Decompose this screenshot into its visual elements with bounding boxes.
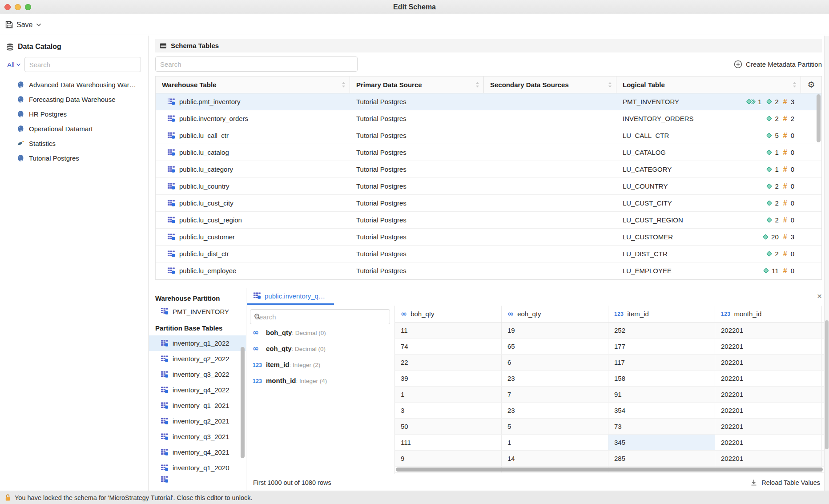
grid-cell[interactable]: 285 xyxy=(608,451,715,466)
grid-horizontal-scrollbar[interactable] xyxy=(396,468,823,472)
table-row-public-lu-customer[interactable]: public.lu_customerTutorial PostgresLU_CU… xyxy=(156,229,821,246)
close-preview-icon[interactable]: × xyxy=(817,292,822,300)
create-metadata-partition-button[interactable]: Create Metadata Partition xyxy=(734,60,822,69)
column-header-warehouse-table[interactable]: Warehouse Table xyxy=(156,77,350,93)
grid-cell[interactable]: 202201 xyxy=(715,387,822,402)
grid-cell[interactable]: 202201 xyxy=(715,419,822,434)
grid-cell[interactable]: 202201 xyxy=(715,323,822,338)
grid-cell[interactable]: 39 xyxy=(395,371,502,386)
grid-cell[interactable]: 14 xyxy=(502,451,608,466)
grid-cell[interactable]: 177 xyxy=(608,339,715,354)
sidebar-item-tutorial-postgres[interactable]: Tutorial Postgres xyxy=(0,151,148,165)
grid-cell[interactable]: 202201 xyxy=(715,339,822,354)
sidebar-item-statistics[interactable]: Statistics xyxy=(0,136,148,151)
table-row-public-pmt-inventory[interactable]: public.pmt_inventoryTutorial PostgresPMT… xyxy=(156,93,821,110)
grid-cell[interactable]: 1 xyxy=(395,387,502,402)
zoom-window-button[interactable] xyxy=(25,4,31,10)
table-row-public-lu-catalog[interactable]: public.lu_catalogTutorial PostgresLU_CAT… xyxy=(156,144,821,161)
grid-cell[interactable]: 111 xyxy=(395,435,502,450)
column-search-input[interactable] xyxy=(250,309,390,324)
table-row-public-lu-country[interactable]: public.lu_countryTutorial PostgresLU_COU… xyxy=(156,178,821,195)
grid-cell[interactable]: 3 xyxy=(395,403,502,418)
grid-cell[interactable]: 5 xyxy=(502,419,608,434)
partition-base-table-list: inventory_q1_2022inventory_q2_2022invent… xyxy=(149,335,246,484)
grid-cell[interactable]: 9 xyxy=(395,451,502,466)
minimize-window-button[interactable] xyxy=(15,4,21,10)
grid-cell[interactable]: 65 xyxy=(502,339,608,354)
partition-base-table-inventory_q1_2022[interactable]: inventory_q1_2022 xyxy=(149,335,246,351)
grid-cell[interactable]: 202201 xyxy=(715,435,822,450)
sidebar-item-forecasting-data-warehouse[interactable]: Forecasting Data Warehouse xyxy=(0,92,148,107)
column-item-eoh_qty[interactable]: ∞eoh_qty: Decimal (0) xyxy=(250,340,390,356)
table-row-public-lu-employee[interactable]: public.lu_employeeTutorial PostgresLU_EM… xyxy=(156,262,821,279)
table-row-public-lu-cust-region[interactable]: public.lu_cust_regionTutorial PostgresLU… xyxy=(156,212,821,229)
grid-cell[interactable]: 11 xyxy=(395,323,502,338)
grid-cell[interactable]: 354 xyxy=(608,403,715,418)
table-row-public-lu-cust-city[interactable]: public.lu_cust_cityTutorial PostgresLU_C… xyxy=(156,195,821,212)
column-header-primary-data-source[interactable]: Primary Data Source xyxy=(350,77,484,93)
partition-base-table-inventory_q2_2022[interactable]: inventory_q2_2022 xyxy=(149,351,246,367)
grid-row: 1791202201 xyxy=(395,387,829,403)
grid-cell[interactable]: 23 xyxy=(502,371,608,386)
grid-cell[interactable]: 22 xyxy=(395,355,502,370)
close-window-button[interactable] xyxy=(4,4,11,10)
schema-tables-search-input[interactable] xyxy=(155,56,358,72)
grid-cell[interactable]: 50 xyxy=(395,419,502,434)
table-row-public-lu-call-ctr[interactable]: public.lu_call_ctrTutorial PostgresLU_CA… xyxy=(156,127,821,144)
sidebar-item-operational-datamart[interactable]: Operational Datamart xyxy=(0,121,148,136)
grid-column-header-item_id[interactable]: 123item_id xyxy=(608,306,715,322)
table-row-public-lu-dist-ctr[interactable]: public.lu_dist_ctrTutorial PostgresLU_DI… xyxy=(156,246,821,262)
tab-inventory-q1-2022[interactable]: public.inventory_q1_2… xyxy=(247,288,334,305)
partition-base-table-partial[interactable] xyxy=(149,476,246,484)
gear-icon[interactable]: ⚙ xyxy=(807,81,815,89)
status-message: You have locked the schema for 'MicroStr… xyxy=(15,494,253,501)
column-item-month_id[interactable]: 123month_id: Integer (4) xyxy=(250,372,390,388)
grid-cell[interactable]: 202201 xyxy=(715,371,822,386)
reload-table-values-button[interactable]: Reload Table Values xyxy=(750,479,820,486)
grid-cell[interactable]: 1 xyxy=(502,435,608,450)
catalog-search-input[interactable] xyxy=(24,57,141,72)
partition-base-table-inventory_q4_2022[interactable]: inventory_q4_2022 xyxy=(149,382,246,398)
grid-cell[interactable]: 73 xyxy=(608,419,715,434)
sidebar-item-hr-postgres[interactable]: HR Postgres xyxy=(0,107,148,121)
grid-cell[interactable]: 23 xyxy=(502,403,608,418)
window-scrollbar[interactable] xyxy=(824,36,829,491)
grid-column-header-month_id[interactable]: 123month_id xyxy=(715,306,822,322)
grid-column-header-boh_qty[interactable]: ∞boh_qty xyxy=(395,306,502,322)
column-item-item_id[interactable]: 123item_id: Integer (2) xyxy=(250,356,390,372)
table-row-public-lu-category[interactable]: public.lu_categoryTutorial PostgresLU_CA… xyxy=(156,161,821,178)
partition-base-table-inventory_q4_2021[interactable]: inventory_q4_2021 xyxy=(149,444,246,460)
grid-cell[interactable]: 117 xyxy=(608,355,715,370)
partition-list-scrollbar[interactable] xyxy=(241,347,245,458)
grid-cell[interactable]: 19 xyxy=(502,323,608,338)
grid-column-header-eoh_qty[interactable]: ∞eoh_qty xyxy=(502,306,608,322)
grid-cell[interactable]: 202201 xyxy=(715,403,822,418)
schema-table-scrollbar[interactable] xyxy=(817,94,821,279)
column-header-logical-table[interactable]: Logical Table xyxy=(616,77,801,93)
grid-cell[interactable]: 7 xyxy=(502,387,608,402)
partition-base-table-inventory_q2_2021[interactable]: inventory_q2_2021 xyxy=(149,413,246,429)
grid-cell[interactable]: 345 xyxy=(608,435,715,450)
partition-base-table-inventory_q1_2021[interactable]: inventory_q1_2021 xyxy=(149,398,246,413)
grid-cell[interactable]: 252 xyxy=(608,323,715,338)
save-button[interactable]: Save xyxy=(5,21,41,29)
grid-cell[interactable]: 158 xyxy=(608,371,715,386)
decimal-type-icon: ∞ xyxy=(253,344,259,353)
catalog-filter-dropdown[interactable]: All xyxy=(7,61,21,69)
partition-base-table-inventory_q3_2022[interactable]: inventory_q3_2022 xyxy=(149,367,246,382)
partition-base-table-inventory_q3_2021[interactable]: inventory_q3_2021 xyxy=(149,429,246,444)
table-row-public-inventory-orders[interactable]: public.inventory_ordersTutorial Postgres… xyxy=(156,110,821,127)
grid-cell[interactable]: 74 xyxy=(395,339,502,354)
column-item-boh_qty[interactable]: ∞boh_qty: Decimal (0) xyxy=(250,324,390,340)
grid-cell[interactable]: 202201 xyxy=(715,451,822,466)
postgres-icon xyxy=(17,96,24,103)
fact-icon: # xyxy=(783,98,787,106)
grid-cell[interactable]: 6 xyxy=(502,355,608,370)
chevron-down-icon[interactable] xyxy=(36,23,41,27)
column-header-secondary-data-sources[interactable]: Secondary Data Sources xyxy=(484,77,616,93)
sidebar-item-advanced-data-warehousing-war[interactable]: Advanced Data Warehousing War… xyxy=(0,77,148,92)
partition-base-table-inventory_q1_2020[interactable]: inventory_q1_2020 xyxy=(149,460,246,476)
partition-table-item[interactable]: PMT_INVENTORY xyxy=(149,304,246,319)
grid-cell[interactable]: 202201 xyxy=(715,355,822,370)
grid-cell[interactable]: 91 xyxy=(608,387,715,402)
